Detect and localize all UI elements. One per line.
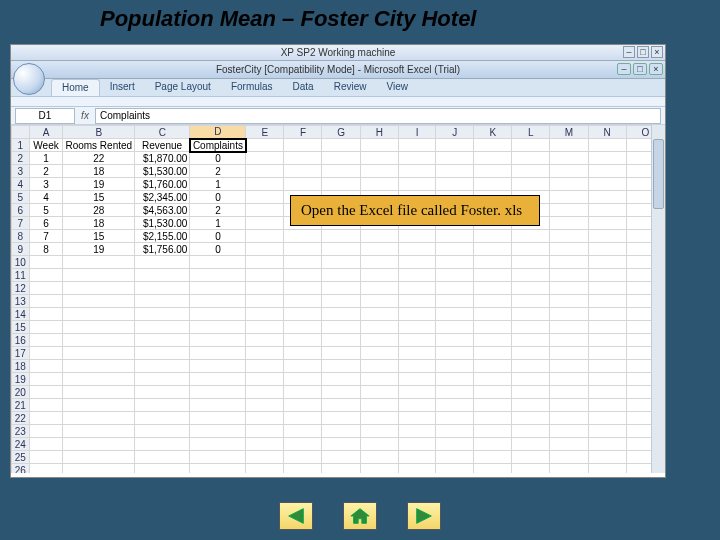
cell[interactable] [190, 269, 246, 282]
cell[interactable] [190, 360, 246, 373]
cell[interactable] [246, 204, 284, 217]
cell[interactable] [588, 464, 626, 474]
cell[interactable] [474, 412, 512, 425]
cell[interactable] [284, 139, 322, 152]
cell[interactable] [360, 282, 398, 295]
cell[interactable] [550, 412, 588, 425]
cell[interactable] [284, 152, 322, 165]
cell[interactable]: $1,760.00 [135, 178, 190, 191]
cell[interactable] [190, 399, 246, 412]
cell[interactable] [284, 334, 322, 347]
cell[interactable] [360, 269, 398, 282]
cell[interactable] [190, 347, 246, 360]
row-header[interactable]: 22 [12, 412, 30, 425]
cell[interactable] [190, 464, 246, 474]
row-header[interactable]: 1 [12, 139, 30, 152]
fx-icon[interactable]: fx [75, 110, 95, 121]
cell[interactable] [190, 451, 246, 464]
cell[interactable]: Week [29, 139, 63, 152]
cell[interactable] [474, 178, 512, 191]
cell[interactable] [512, 373, 550, 386]
cell[interactable] [588, 269, 626, 282]
app-max-icon[interactable]: □ [633, 63, 647, 75]
cell[interactable] [360, 243, 398, 256]
cell[interactable] [63, 399, 135, 412]
cell[interactable] [29, 295, 63, 308]
cell[interactable] [322, 269, 360, 282]
row-header[interactable]: 19 [12, 373, 30, 386]
cell[interactable] [29, 373, 63, 386]
cell[interactable] [190, 373, 246, 386]
cell[interactable] [512, 308, 550, 321]
cell[interactable] [135, 308, 190, 321]
cell[interactable] [398, 178, 436, 191]
cell[interactable]: 2 [190, 204, 246, 217]
cell[interactable] [135, 269, 190, 282]
cell[interactable] [550, 139, 588, 152]
cell[interactable] [550, 425, 588, 438]
cell[interactable] [588, 152, 626, 165]
cell[interactable] [588, 178, 626, 191]
cell[interactable] [550, 295, 588, 308]
cell[interactable] [246, 451, 284, 464]
app-min-icon[interactable]: – [617, 63, 631, 75]
cell[interactable] [550, 256, 588, 269]
cell[interactable] [360, 347, 398, 360]
cell[interactable]: 8 [29, 243, 63, 256]
row-header[interactable]: 25 [12, 451, 30, 464]
cell[interactable] [360, 425, 398, 438]
cell[interactable] [63, 451, 135, 464]
cell[interactable] [550, 282, 588, 295]
cell[interactable] [190, 386, 246, 399]
cell[interactable] [322, 321, 360, 334]
cell[interactable] [474, 282, 512, 295]
ribbon-tab-review[interactable]: Review [324, 79, 377, 96]
cell[interactable] [360, 230, 398, 243]
cell[interactable]: 19 [63, 178, 135, 191]
cell[interactable] [284, 243, 322, 256]
ribbon-tab-view[interactable]: View [376, 79, 418, 96]
cell[interactable] [512, 464, 550, 474]
cell[interactable] [29, 321, 63, 334]
cell[interactable] [512, 256, 550, 269]
col-header-N[interactable]: N [588, 126, 626, 139]
cell[interactable] [135, 451, 190, 464]
cell[interactable] [135, 373, 190, 386]
col-header-C[interactable]: C [135, 126, 190, 139]
cell[interactable] [29, 269, 63, 282]
cell[interactable]: $1,756.00 [135, 243, 190, 256]
cell[interactable] [29, 360, 63, 373]
cell[interactable] [284, 230, 322, 243]
cell[interactable] [322, 412, 360, 425]
cell[interactable] [360, 321, 398, 334]
cell[interactable] [322, 399, 360, 412]
cell[interactable] [436, 178, 474, 191]
cell[interactable] [284, 282, 322, 295]
cell[interactable] [190, 412, 246, 425]
cell[interactable] [588, 321, 626, 334]
cell[interactable] [246, 386, 284, 399]
cell[interactable] [284, 178, 322, 191]
cell[interactable] [360, 152, 398, 165]
cell[interactable] [360, 256, 398, 269]
cell[interactable]: 0 [190, 191, 246, 204]
cell[interactable] [135, 321, 190, 334]
cell[interactable] [550, 464, 588, 474]
cell[interactable] [29, 308, 63, 321]
cell[interactable] [135, 295, 190, 308]
cell[interactable] [398, 152, 436, 165]
cell[interactable] [63, 295, 135, 308]
cell[interactable] [588, 360, 626, 373]
cell[interactable] [588, 139, 626, 152]
row-header[interactable]: 23 [12, 425, 30, 438]
cell[interactable] [135, 256, 190, 269]
cell[interactable] [512, 178, 550, 191]
row-header[interactable]: 26 [12, 464, 30, 474]
cell[interactable] [284, 425, 322, 438]
cell[interactable] [284, 347, 322, 360]
cell[interactable] [588, 243, 626, 256]
cell[interactable] [246, 412, 284, 425]
cell[interactable] [63, 412, 135, 425]
cell[interactable] [398, 438, 436, 451]
vm-min-icon[interactable]: – [623, 46, 635, 58]
